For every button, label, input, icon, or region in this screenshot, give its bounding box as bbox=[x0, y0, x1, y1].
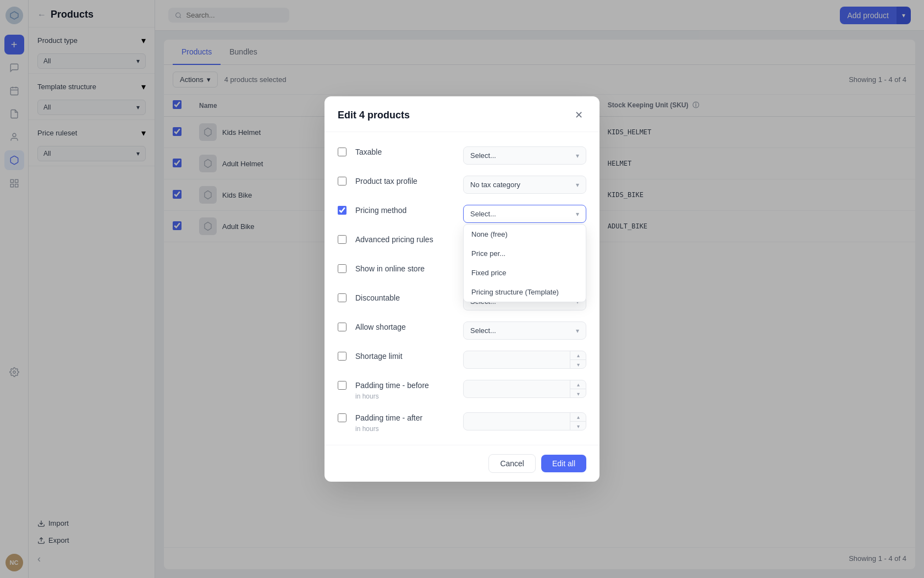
advanced_pricing_rules-checkbox[interactable] bbox=[338, 235, 346, 244]
padding_time_before-decrement[interactable]: ▾ bbox=[570, 389, 586, 398]
show_in_online_store-checkbox-wrap bbox=[338, 263, 346, 275]
shortage_limit-control: ▴ ▾ bbox=[463, 351, 586, 369]
dropdown-item-1[interactable]: Price per... bbox=[464, 244, 586, 263]
allow_shortage-checkbox-wrap bbox=[338, 321, 346, 334]
pricing_method-label: Pricing method bbox=[355, 205, 454, 216]
modal-title: Edit 4 products bbox=[338, 110, 410, 121]
padding_time_before-label: Padding time - before in hours bbox=[355, 380, 454, 401]
padding_time_after-control: ▴ ▾ bbox=[463, 412, 586, 430]
chevron-down-icon: ▾ bbox=[576, 181, 579, 189]
shortage_limit-checkbox-wrap bbox=[338, 351, 346, 363]
dropdown-item-2[interactable]: Fixed price bbox=[464, 263, 586, 282]
padding_time_after-sublabel: in hours bbox=[355, 424, 454, 434]
field-row-padding_time_before: Padding time - before in hours ▴ ▾ bbox=[338, 374, 586, 407]
chevron-down-icon: ▾ bbox=[576, 152, 579, 160]
edit-all-button[interactable]: Edit all bbox=[541, 455, 586, 472]
padding_time_before-increment[interactable]: ▴ bbox=[570, 380, 586, 389]
field-row-allow_shortage: Allow shortage Select... ▾ bbox=[338, 316, 586, 345]
taxable-select[interactable]: Select... ▾ bbox=[463, 146, 586, 165]
field-row-product_tax_profile: Product tax profile No tax category ▾ bbox=[338, 170, 586, 199]
modal-close-button[interactable]: ✕ bbox=[571, 107, 586, 123]
shortage_limit-input-wrap: ▴ ▾ bbox=[463, 351, 586, 369]
padding_time_after-decrement[interactable]: ▾ bbox=[570, 422, 586, 430]
padding_time_before-arrows: ▴ ▾ bbox=[570, 380, 586, 398]
discountable-checkbox-wrap bbox=[338, 292, 346, 304]
show_in_online_store-label: Show in online store bbox=[355, 263, 454, 275]
allow_shortage-checkbox[interactable] bbox=[338, 323, 346, 331]
field-row-shortage_limit: Shortage limit ▴ ▾ bbox=[338, 345, 586, 374]
taxable-checkbox[interactable] bbox=[338, 148, 346, 156]
allow_shortage-select[interactable]: Select... ▾ bbox=[463, 321, 586, 340]
padding_time_after-checkbox[interactable] bbox=[338, 413, 346, 422]
modal-body: Taxable Select... ▾ Product tax profile bbox=[324, 132, 600, 445]
padding_time_after-increment[interactable]: ▴ bbox=[570, 412, 586, 422]
cancel-button[interactable]: Cancel bbox=[488, 454, 536, 473]
advanced_pricing_rules-label: Advanced pricing rules bbox=[355, 234, 454, 246]
field-row-pricing_method: Pricing method Select... ▾ None (free) bbox=[338, 199, 586, 228]
allow_shortage-control: Select... ▾ bbox=[463, 321, 586, 340]
dropdown-item-0[interactable]: None (free) bbox=[464, 225, 586, 244]
padding_time_before-sublabel: in hours bbox=[355, 391, 454, 401]
advanced_pricing_rules-checkbox-wrap bbox=[338, 234, 346, 246]
product_tax_profile-checkbox[interactable] bbox=[338, 177, 346, 186]
padding_time_before-checkbox[interactable] bbox=[338, 381, 346, 390]
padding_time_before-input[interactable] bbox=[463, 380, 586, 398]
taxable-label: Taxable bbox=[355, 146, 454, 158]
product_tax_profile-select[interactable]: No tax category ▾ bbox=[463, 176, 586, 194]
shortage_limit-decrement[interactable]: ▾ bbox=[570, 360, 586, 369]
product_tax_profile-control: No tax category ▾ bbox=[463, 176, 586, 194]
padding_time_after-label: Padding time - after in hours bbox=[355, 412, 454, 434]
modal-header: Edit 4 products ✕ bbox=[324, 96, 600, 132]
taxable-checkbox-wrap bbox=[338, 146, 346, 159]
pricing_method-control: Select... ▾ None (free) Price per... Fix… bbox=[463, 205, 586, 223]
padding_time_after-input-wrap: ▴ ▾ bbox=[463, 412, 586, 430]
discountable-label: Discountable bbox=[355, 292, 454, 304]
allow_shortage-value: Select... bbox=[470, 326, 496, 335]
taxable-value: Select... bbox=[470, 151, 496, 160]
product_tax_profile-checkbox-wrap bbox=[338, 176, 346, 188]
chevron-down-icon: ▾ bbox=[576, 210, 579, 218]
pricing-method-dropdown: Select... ▾ None (free) Price per... Fix… bbox=[463, 205, 586, 223]
discountable-checkbox[interactable] bbox=[338, 293, 346, 302]
padding_time_before-control: ▴ ▾ bbox=[463, 380, 586, 398]
allow_shortage-label: Allow shortage bbox=[355, 321, 454, 333]
padding_time_before-checkbox-wrap bbox=[338, 380, 346, 392]
pricing_method-select[interactable]: Select... ▾ bbox=[463, 205, 586, 223]
padding_time_after-input[interactable] bbox=[463, 412, 586, 430]
edit-modal: Edit 4 products ✕ Taxable Select... ▾ bbox=[324, 96, 600, 482]
dropdown-item-3[interactable]: Pricing structure (Template) bbox=[464, 282, 586, 302]
product_tax_profile-label: Product tax profile bbox=[355, 176, 454, 187]
shortage_limit-arrows: ▴ ▾ bbox=[570, 351, 586, 369]
field-row-taxable: Taxable Select... ▾ bbox=[338, 141, 586, 170]
shortage_limit-input[interactable] bbox=[463, 351, 586, 369]
padding_time_before-input-wrap: ▴ ▾ bbox=[463, 380, 586, 398]
shortage_limit-increment[interactable]: ▴ bbox=[570, 351, 586, 360]
pricing_method-value: Select... bbox=[470, 210, 496, 218]
padding_time_after-arrows: ▴ ▾ bbox=[570, 412, 586, 430]
pricing-dropdown-menu: None (free) Price per... Fixed price Pri… bbox=[463, 224, 586, 302]
field-row-padding_time_after: Padding time - after in hours ▴ ▾ bbox=[338, 407, 586, 439]
shortage_limit-checkbox[interactable] bbox=[338, 352, 346, 361]
shortage_limit-label: Shortage limit bbox=[355, 351, 454, 362]
show_in_online_store-checkbox[interactable] bbox=[338, 264, 346, 273]
modal-footer: Cancel Edit all bbox=[324, 445, 600, 482]
pricing_method-checkbox[interactable] bbox=[338, 206, 346, 215]
pricing_method-checkbox-wrap bbox=[338, 205, 346, 217]
chevron-down-icon: ▾ bbox=[576, 327, 579, 335]
modal-overlay[interactable]: Edit 4 products ✕ Taxable Select... ▾ bbox=[0, 0, 924, 578]
product_tax_profile-value: No tax category bbox=[470, 181, 520, 189]
taxable-control: Select... ▾ bbox=[463, 146, 586, 165]
padding_time_after-checkbox-wrap bbox=[338, 412, 346, 424]
